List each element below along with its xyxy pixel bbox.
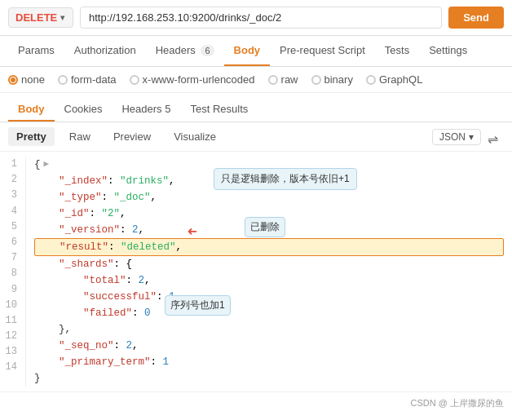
code-line-6: "result": "deleted", (34, 238, 504, 256)
code-line-13: "_primary_term": 1 (34, 354, 504, 370)
method-select[interactable]: DELETE ▾ (8, 7, 73, 28)
json-format-select[interactable]: JSON ▾ (432, 129, 481, 145)
code-line-9: "successful": 1, (34, 289, 504, 305)
json-format-label: JSON (439, 131, 466, 143)
annotation-arrow: ➜ (188, 217, 197, 243)
response-tabs: Body Cookies Headers 5 Test Results (0, 93, 512, 122)
body-type-binary-label: binary (324, 73, 353, 86)
annotation-seqno: 序列号也加1 (165, 295, 231, 316)
radio-graphql-dot (366, 75, 376, 85)
fmt-tab-preview[interactable]: Preview (105, 127, 159, 146)
tab-headers[interactable]: Headers 6 (146, 36, 224, 66)
url-input[interactable] (80, 7, 442, 29)
response-area: Body Cookies Headers 5 Test Results Pret… (0, 93, 512, 391)
radio-formdata-dot (58, 75, 68, 85)
tab-prerequest[interactable]: Pre-request Script (270, 36, 375, 66)
tab-tests[interactable]: Tests (375, 36, 419, 66)
body-type-formdata[interactable]: form-data (58, 73, 117, 86)
footer: CSDN @ 上岸撒尿的鱼 (0, 391, 512, 414)
resp-tab-cookies[interactable]: Cookies (55, 98, 113, 122)
tab-params[interactable]: Params (8, 36, 64, 66)
nav-tabs: Params Authorization Headers 6 Body Pre-… (0, 36, 512, 67)
code-area: 1 2 3 4 5 6 7 8 9 10 11 12 13 14 { ▶ "_i… (0, 152, 512, 391)
body-type-bar: none form-data x-www-form-urlencoded raw… (0, 67, 512, 93)
body-type-binary[interactable]: binary (311, 73, 353, 86)
format-bar: Pretty Raw Preview Visualize JSON ▾ ⇌ (0, 122, 512, 152)
footer-credit: CSDN @ 上岸撒尿的鱼 (411, 398, 504, 408)
code-line-3: "_type": "_doc", (34, 189, 504, 206)
code-line-7: "_shards": { (34, 256, 504, 272)
code-line-14: } (34, 370, 504, 387)
radio-binary-dot (311, 75, 321, 85)
send-button[interactable]: Send (448, 7, 504, 29)
body-type-raw-label: raw (281, 73, 298, 86)
body-type-raw[interactable]: raw (268, 73, 298, 86)
fmt-tab-visualize[interactable]: Visualize (166, 127, 224, 146)
method-label: DELETE (15, 11, 57, 24)
line-numbers: 1 2 3 4 5 6 7 8 9 10 11 12 13 14 (0, 157, 26, 387)
wrap-icon[interactable]: ⇌ (488, 131, 504, 143)
body-type-none[interactable]: none (8, 73, 45, 86)
body-type-urlencoded-label: x-www-form-urlencoded (143, 73, 255, 86)
resp-tab-headers[interactable]: Headers 5 (112, 98, 180, 122)
body-type-formdata-label: form-data (71, 73, 117, 86)
code-line-8: "total": 2, (34, 272, 504, 289)
radio-urlencoded-dot (130, 75, 139, 85)
resp-tab-testresults[interactable]: Test Results (180, 98, 258, 122)
tab-settings[interactable]: Settings (419, 36, 477, 66)
method-chevron-icon: ▾ (60, 13, 64, 22)
radio-raw-dot (268, 75, 278, 85)
resp-tab-body[interactable]: Body (8, 98, 55, 122)
code-line-11: }, (34, 321, 504, 338)
top-bar: DELETE ▾ Send (0, 0, 512, 36)
code-line-10: "failed": 0 (34, 305, 504, 321)
fmt-tab-pretty[interactable]: Pretty (8, 127, 55, 146)
body-type-urlencoded[interactable]: x-www-form-urlencoded (130, 73, 255, 86)
fmt-tab-raw[interactable]: Raw (61, 127, 99, 146)
body-type-graphql-label: GraphQL (379, 73, 422, 86)
tab-body[interactable]: Body (224, 36, 271, 66)
code-lines: { ▶ "_index": "drinks", "_type": "_doc",… (26, 157, 512, 387)
radio-none-dot (8, 75, 18, 85)
tab-authorization[interactable]: Authorization (64, 36, 146, 66)
body-type-none-label: none (21, 73, 45, 86)
code-line-12: "_seq_no": 2, (34, 338, 504, 354)
annotation-deleted: 已删除 (245, 217, 285, 237)
json-select-chevron-icon: ▾ (469, 131, 474, 143)
body-type-graphql[interactable]: GraphQL (366, 73, 422, 86)
annotation-bubble-version: 只是逻辑删除，版本号依旧+1 (214, 168, 357, 190)
